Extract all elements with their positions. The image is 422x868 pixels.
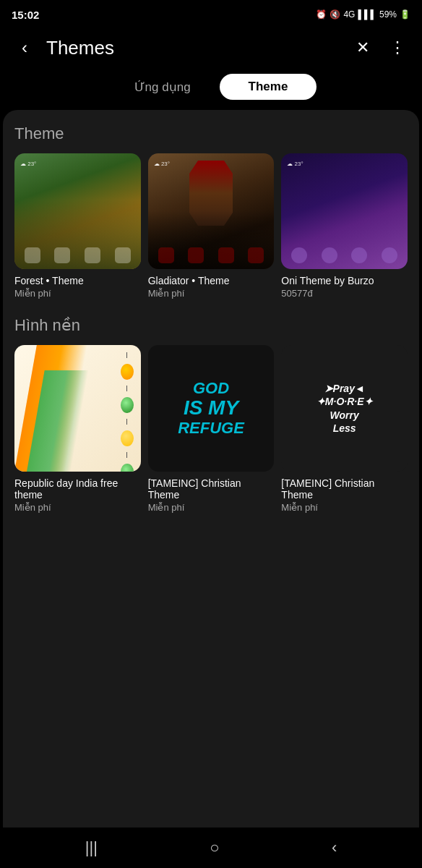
god-text: GOD IS MY REFUGE [178,380,244,437]
mockup-icons-oni [284,247,405,263]
back-nav-button[interactable]: ‹ [332,838,337,857]
theme-section-title: Theme [14,124,408,143]
mockup-icon [85,247,100,263]
theme-grid: ☁ 23° Forest • Theme Miễn phí [14,153,408,299]
status-bar: 15:02 ⏰ 🔇 4G ▌▌▌ 59% 🔋 [0,0,422,26]
mockup-icon [291,247,307,263]
mockup-icon [54,247,70,263]
lantern-green2 [121,464,134,472]
lantern-string [126,419,127,425]
theme-card-price-forest: Miễn phí [14,288,141,299]
bottom-nav: ||| ○ ‹ [0,827,422,868]
republic-lanterns [121,352,134,472]
forest-background: ☁ 23° [14,153,141,269]
wallpaper-card-god[interactable]: GOD IS MY REFUGE [TAMEINC] Christian The… [148,345,275,513]
wallpaper-price-god: Miễn phí [148,502,275,513]
lantern-yellow [121,430,134,446]
god-text-line2: IS MY [178,397,244,420]
lantern-orange [121,364,134,380]
pray-line1: ➤Pray◄ [316,382,373,395]
gladiator-background: ☁ 23° [148,153,275,269]
header: ‹ Themes ✕ ⋮ [0,26,422,69]
pray-text: ➤Pray◄ ✦M·O·R·E✦ Worry Less [316,382,373,435]
alarm-icon: ⏰ [316,9,327,20]
sound-icon: 🔇 [330,9,340,20]
lantern-green [121,397,134,413]
wallpaper-section: Hình nền [14,316,408,513]
recent-apps-button[interactable]: ||| [85,838,98,857]
republic-background [14,345,141,472]
wallpaper-name-pray: [TAMEINC] Christian Theme [281,477,408,501]
theme-card-price-oni: 50577đ [281,288,408,299]
pray-line2: ✦M·O·R·E✦ [316,395,373,408]
wallpaper-image-republic [14,345,141,472]
signal-icon: ▌▌▌ [358,9,376,20]
battery-graphic-icon: 🔋 [400,9,410,20]
theme-card-forest[interactable]: ☁ 23° Forest • Theme Miễn phí [14,153,141,299]
wallpaper-price-republic: Miễn phí [14,502,141,513]
wallpaper-name-republic: Republic day India free theme [14,477,141,501]
mockup-icon [188,247,204,263]
mockup-icon [322,247,337,263]
theme-card-name-oni: Oni Theme by Burzo [281,275,408,286]
wallpaper-section-title: Hình nền [14,316,408,335]
mockup-icon [115,247,131,263]
god-text-line3: REFUGE [178,420,244,437]
mockup-icon [158,247,174,263]
theme-card-name-gladiator: Gladiator • Theme [148,275,275,286]
theme-card-name-forest: Forest • Theme [14,275,141,286]
mockup-icon [382,247,397,263]
lantern-string [126,386,127,391]
theme-card-image-gladiator: ☁ 23° [148,153,275,269]
god-text-line1: GOD [178,380,244,397]
tab-ung-dung[interactable]: Ứng dụng [106,74,220,101]
pray-line3: Worry [316,409,373,422]
mockup-icon [25,247,40,263]
home-button[interactable]: ○ [210,838,219,857]
back-button[interactable]: ‹ [12,38,38,58]
network-icon: 4G [343,9,355,20]
wallpaper-card-republic[interactable]: Republic day India free theme Miễn phí [14,345,141,513]
mockup-icon [218,247,234,263]
god-background: GOD IS MY REFUGE [148,345,275,472]
close-button[interactable]: ✕ [350,38,376,57]
mockup-weather-oni: ☁ 23° [287,161,303,167]
wallpaper-grid: Republic day India free theme Miễn phí G… [14,345,408,513]
wallpaper-price-pray: Miễn phí [281,502,408,513]
mockup-weather-forest: ☁ 23° [20,161,36,167]
oni-background: ☁ 23° [281,153,408,269]
mockup-icon [248,247,264,263]
theme-card-image-forest: ☁ 23° [14,153,141,269]
mockup-icons-forest [17,247,138,263]
status-time: 15:02 [12,9,39,21]
mockup-icons-gladiator [151,247,272,263]
battery-icon: 59% [379,9,397,20]
pray-background: ➤Pray◄ ✦M·O·R·E✦ Worry Less [281,345,408,472]
lantern-string [126,452,127,458]
mockup-weather-gladiator: ☁ 23° [154,161,170,167]
wallpaper-image-god: GOD IS MY REFUGE [148,345,275,472]
wallpaper-card-pray[interactable]: ➤Pray◄ ✦M·O·R·E✦ Worry Less [TAMEINC] Ch… [281,345,408,513]
wallpaper-name-god: [TAMEINC] Christian Theme [148,477,275,501]
theme-card-gladiator[interactable]: ☁ 23° Gladiator • Theme Miễn phí [148,153,275,299]
tab-theme[interactable]: Theme [220,74,317,100]
page-title: Themes [46,37,341,59]
lantern-string [126,352,127,358]
theme-card-price-gladiator: Miễn phí [148,288,275,299]
theme-card-oni[interactable]: ☁ 23° Oni Theme by Burzo 50577đ [281,153,408,299]
more-options-button[interactable]: ⋮ [384,38,410,57]
mockup-icon [351,247,367,263]
theme-section: Theme ☁ 23° Forest • [14,124,408,299]
pray-line4: Less [316,422,373,435]
tab-bar: Ứng dụng Theme [0,69,422,110]
status-icons: ⏰ 🔇 4G ▌▌▌ 59% 🔋 [316,9,410,20]
theme-card-image-oni: ☁ 23° [281,153,408,269]
main-content: Theme ☁ 23° Forest • [3,110,419,827]
wallpaper-image-pray: ➤Pray◄ ✦M·O·R·E✦ Worry Less [281,345,408,472]
